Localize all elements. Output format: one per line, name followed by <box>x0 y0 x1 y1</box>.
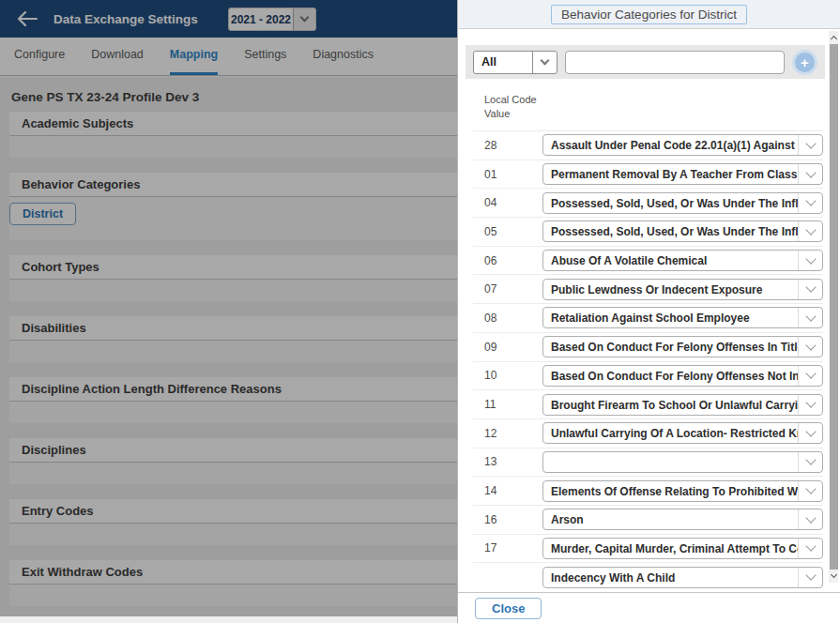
value-text: Murder, Capital Murder, Criminal Attempt… <box>543 539 798 558</box>
filter-select[interactable]: All <box>473 51 557 74</box>
chevron-down-icon <box>798 539 822 558</box>
local-code: 16 <box>484 513 542 526</box>
chevron-down-icon <box>798 481 822 501</box>
local-code: 08 <box>484 312 542 325</box>
value-text: Indecency With A Child <box>543 568 798 587</box>
local-code: 06 <box>484 254 542 267</box>
local-code: 09 <box>484 341 542 354</box>
chevron-down-icon <box>798 395 822 415</box>
chevron-down-icon <box>798 135 822 155</box>
scroll-up-arrow-icon[interactable] <box>829 31 838 43</box>
table-row: 11 Brought Firearm To School Or Unlawful… <box>473 389 823 418</box>
dialog-titlebar: Behavior Categories for District <box>458 0 840 29</box>
value-text: Possessed, Sold, Used, Or Was Under The … <box>543 193 798 213</box>
modal-scrim <box>0 0 458 616</box>
chevron-down-icon <box>798 452 822 472</box>
chevron-down-icon <box>798 280 822 299</box>
value-dropdown[interactable]: Elements Of Offense Relating To Prohibit… <box>542 480 823 502</box>
value-dropdown[interactable]: Abuse Of A Volatile Chemical <box>542 250 823 271</box>
table-row: 10 Based On Conduct For Felony Offenses … <box>473 361 823 390</box>
value-text: Possessed, Sold, Used, Or Was Under The … <box>543 221 798 241</box>
table-row: 05 Possessed, Sold, Used, Or Was Under T… <box>473 217 823 246</box>
value-dropdown[interactable]: Possessed, Sold, Used, Or Was Under The … <box>542 220 823 242</box>
table-row: 28 Assault Under Penal Code 22.01(a)(1) … <box>473 130 823 160</box>
local-code: 10 <box>484 369 542 382</box>
scrollbar-thumb[interactable] <box>830 44 838 570</box>
value-text: Based On Conduct For Felony Offenses In … <box>543 337 798 357</box>
value-text: Unlawful Carrying Of A Location- Restric… <box>543 423 798 443</box>
value-text: Retaliation Against School Employee <box>543 308 798 327</box>
search-input[interactable] <box>565 51 785 74</box>
table-row: 01 Permanent Removal By A Teacher From C… <box>473 160 823 189</box>
chevron-down-icon <box>798 366 822 386</box>
local-code: 11 <box>484 398 542 411</box>
value-dropdown[interactable]: Unlawful Carrying Of A Location- Restric… <box>542 422 823 444</box>
chevron-down-icon <box>798 308 822 327</box>
column-header-line2: Value <box>484 107 840 121</box>
filter-selected-value: All <box>474 55 532 68</box>
behavior-categories-dialog: Behavior Categories for District All + L… <box>457 0 840 623</box>
value-text: Arson <box>543 509 798 529</box>
chevron-down-icon <box>798 221 822 241</box>
value-dropdown[interactable]: Brought Firearm To School Or Unlawful Ca… <box>542 394 823 416</box>
value-dropdown[interactable]: Murder, Capital Murder, Criminal Attempt… <box>542 538 823 559</box>
table-row: 09 Based On Conduct For Felony Offenses … <box>473 332 823 361</box>
value-dropdown[interactable]: Based On Conduct For Felony Offenses Not… <box>542 365 823 387</box>
local-code: 05 <box>484 225 542 238</box>
value-text: Abuse Of A Volatile Chemical <box>543 251 798 270</box>
table-row: 07 Public Lewdness Or Indecent Exposure <box>473 274 823 303</box>
chevron-down-icon <box>798 164 822 184</box>
dialog-scroll-area: All + Local Code Value 28 Assault Under … <box>458 29 840 592</box>
chevron-down-icon <box>798 193 822 213</box>
chevron-down-icon <box>798 337 822 357</box>
value-dropdown[interactable]: Permanent Removal By A Teacher From Clas… <box>542 163 823 185</box>
value-dropdown[interactable]: Based On Conduct For Felony Offenses In … <box>542 336 823 357</box>
local-code: 13 <box>484 455 542 468</box>
table-row: 14 Elements Of Offense Relating To Prohi… <box>473 476 823 505</box>
local-code: 07 <box>484 282 542 296</box>
value-text: Assault Under Penal Code 22.01(a)(1) Aga… <box>543 135 798 155</box>
chevron-down-icon <box>798 251 822 270</box>
value-dropdown[interactable]: Indecency With A Child <box>542 567 823 588</box>
value-text: Elements Of Offense Relating To Prohibit… <box>543 481 798 501</box>
local-code: 14 <box>484 484 542 497</box>
chevron-down-icon <box>532 52 557 73</box>
dialog-scrollbar[interactable] <box>829 31 838 583</box>
local-code: 28 <box>484 139 542 152</box>
scroll-down-arrow-icon[interactable] <box>829 570 838 583</box>
table-row: 16 Arson <box>473 505 823 534</box>
chevron-down-icon <box>798 423 822 443</box>
column-header-line1: Local Code <box>484 93 840 107</box>
chevron-down-icon <box>798 509 822 529</box>
dialog-title: Behavior Categories for District <box>551 5 747 24</box>
value-dropdown[interactable]: Public Lewdness Or Indecent Exposure <box>542 279 823 300</box>
dialog-footer: Close <box>458 592 840 623</box>
value-dropdown[interactable] <box>542 451 823 473</box>
value-text: Public Lewdness Or Indecent Exposure <box>543 280 798 299</box>
value-text: Brought Firearm To School Or Unlawful Ca… <box>543 395 798 415</box>
value-text: Based On Conduct For Felony Offenses Not… <box>543 366 798 386</box>
add-button[interactable]: + <box>795 53 815 72</box>
table-row: 17 Murder, Capital Murder, Criminal Atte… <box>473 534 823 563</box>
table-row: 12 Unlawful Carrying Of A Location- Rest… <box>473 418 823 448</box>
value-dropdown[interactable]: Arson <box>542 509 823 530</box>
local-code: 12 <box>484 427 542 440</box>
value-text <box>543 452 798 472</box>
table-row: 08 Retaliation Against School Employee <box>473 303 823 332</box>
local-code: 01 <box>484 168 542 181</box>
local-code: 04 <box>484 196 542 209</box>
dialog-toolbar: All + <box>466 45 825 79</box>
value-text: Permanent Removal By A Teacher From Clas… <box>543 164 798 184</box>
table-row: 04 Possessed, Sold, Used, Or Was Under T… <box>473 188 823 217</box>
table-row: 06 Abuse Of A Volatile Chemical <box>473 246 823 275</box>
value-dropdown[interactable]: Retaliation Against School Employee <box>542 307 823 328</box>
value-dropdown[interactable]: Assault Under Penal Code 22.01(a)(1) Aga… <box>542 134 823 156</box>
column-header: Local Code Value <box>484 93 840 121</box>
chevron-down-icon <box>798 568 822 587</box>
value-dropdown[interactable]: Possessed, Sold, Used, Or Was Under The … <box>542 192 823 214</box>
table-row: 13 <box>473 448 823 477</box>
close-button[interactable]: Close <box>475 598 542 619</box>
local-code: 17 <box>484 541 542 555</box>
table-row-partial: Indecency With A Child <box>473 562 823 591</box>
mapping-rows: 28 Assault Under Penal Code 22.01(a)(1) … <box>473 130 823 591</box>
